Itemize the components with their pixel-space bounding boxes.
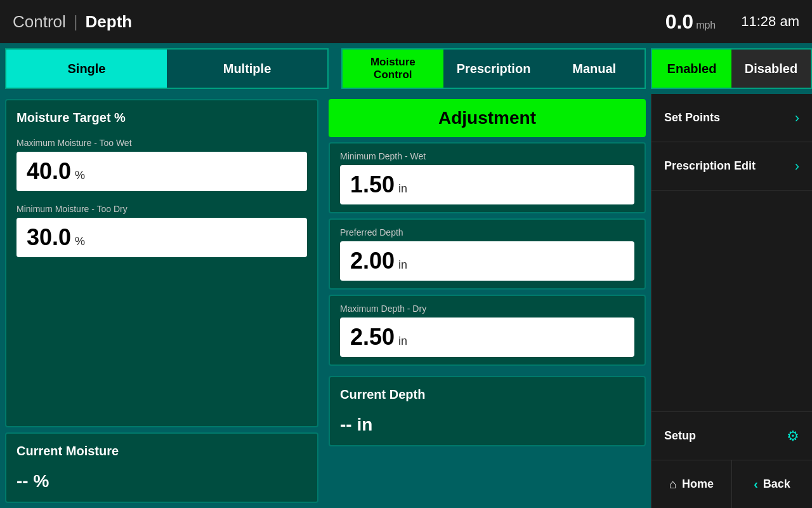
- dry-depth-section: Maximum Depth - Dry 2.50 in: [329, 295, 646, 366]
- min-moisture-unit: %: [75, 235, 85, 248]
- center-panel: Adjustment Minimum Depth - Wet 1.50 in P…: [324, 94, 651, 508]
- dry-depth-label: Maximum Depth - Dry: [340, 304, 634, 314]
- current-depth-title: Current Depth: [340, 387, 634, 402]
- current-depth-card: Current Depth -- in: [329, 376, 646, 446]
- prescription-edit-chevron-icon: ›: [795, 158, 799, 175]
- current-depth-value: -- in: [340, 415, 634, 435]
- enable-disable-tabs: Enabled Disabled: [651, 48, 812, 89]
- left-panel: Moisture Target % Maximum Moisture - Too…: [0, 94, 324, 508]
- min-moisture-label: Minimum Moisture - Too Dry: [16, 204, 307, 214]
- preferred-depth-value: 2.00: [350, 248, 395, 274]
- preferred-depth-value-box[interactable]: 2.00 in: [340, 241, 634, 281]
- tab-enabled[interactable]: Enabled: [652, 50, 731, 88]
- wet-depth-unit: in: [398, 182, 407, 196]
- max-moisture-label: Maximum Moisture - Too Wet: [16, 138, 307, 148]
- set-points-item[interactable]: Set Points ›: [652, 94, 812, 142]
- tab-manual[interactable]: Manual: [544, 50, 645, 88]
- moisture-target-card: Moisture Target % Maximum Moisture - Too…: [5, 99, 318, 427]
- back-button[interactable]: ‹ Back: [732, 460, 812, 508]
- preferred-depth-section: Preferred Depth 2.00 in: [329, 218, 646, 290]
- dry-depth-unit: in: [398, 335, 407, 348]
- back-label: Back: [763, 478, 790, 491]
- header-separator: |: [74, 12, 78, 32]
- wet-depth-label: Minimum Depth - Wet: [340, 151, 634, 161]
- min-moisture-value-box[interactable]: 30.0 %: [16, 218, 307, 257]
- min-moisture-value: 30.0: [27, 224, 71, 251]
- home-button[interactable]: ⌂ Home: [652, 460, 732, 508]
- sidebar-bottom: Setup ⚙ ⌂ Home ‹ Back: [652, 411, 812, 508]
- current-moisture-card: Current Moisture -- %: [5, 432, 318, 503]
- speed-value: 0.0: [665, 10, 693, 34]
- home-icon: ⌂: [669, 477, 677, 491]
- tab-disabled[interactable]: Disabled: [731, 50, 811, 88]
- set-points-chevron-icon: ›: [795, 110, 799, 126]
- tab-multiple[interactable]: Multiple: [167, 50, 327, 88]
- right-sidebar: Set Points › Prescription Edit › Setup ⚙…: [651, 94, 812, 508]
- adjustment-header: Adjustment: [329, 99, 646, 137]
- time-display: 11:28 am: [741, 13, 799, 30]
- current-moisture-value: -- %: [16, 471, 307, 491]
- speed-display: 0.0 mph: [665, 10, 716, 34]
- main-content: Moisture Target % Maximum Moisture - Too…: [0, 94, 812, 508]
- header: Control | Depth 0.0 mph 11:28 am: [0, 0, 812, 43]
- prescription-edit-label: Prescription Edit: [664, 159, 756, 173]
- tab-single[interactable]: Single: [6, 50, 167, 88]
- preferred-depth-unit: in: [398, 258, 407, 272]
- nav-row: ⌂ Home ‹ Back: [652, 460, 812, 508]
- wet-depth-value: 1.50: [350, 171, 395, 198]
- wet-depth-section: Minimum Depth - Wet 1.50 in: [329, 142, 646, 213]
- tab-moisture-control[interactable]: Moisture Control: [343, 50, 443, 88]
- header-left: Control | Depth: [13, 12, 132, 32]
- max-moisture-value: 40.0: [27, 158, 71, 185]
- dry-depth-value: 2.50: [350, 324, 395, 351]
- back-chevron-icon: ‹: [754, 477, 758, 491]
- prescription-edit-item[interactable]: Prescription Edit ›: [652, 142, 812, 190]
- wet-depth-value-box[interactable]: 1.50 in: [340, 165, 634, 204]
- setup-item[interactable]: Setup ⚙: [652, 411, 812, 460]
- preferred-depth-label: Preferred Depth: [340, 227, 634, 237]
- speed-unit: mph: [696, 20, 716, 31]
- set-points-label: Set Points: [664, 111, 720, 124]
- current-moisture-title: Current Moisture: [16, 444, 307, 458]
- home-label: Home: [682, 478, 714, 491]
- dry-depth-value-box[interactable]: 2.50 in: [340, 318, 634, 357]
- max-moisture-value-box[interactable]: 40.0 %: [16, 152, 307, 191]
- mode-tabs: Moisture Control Prescription Manual: [341, 48, 646, 89]
- setup-label: Setup: [664, 429, 696, 443]
- tabs-row: Single Multiple Moisture Control Prescri…: [0, 43, 812, 94]
- single-multiple-tabs: Single Multiple: [5, 48, 329, 89]
- header-right: 0.0 mph 11:28 am: [665, 10, 799, 34]
- max-moisture-unit: %: [75, 169, 85, 182]
- depth-label: Depth: [86, 12, 133, 32]
- sidebar-spacer: [652, 190, 812, 411]
- gear-icon: ⚙: [787, 428, 799, 444]
- moisture-target-title: Moisture Target %: [16, 110, 307, 125]
- tab-prescription[interactable]: Prescription: [443, 50, 544, 88]
- control-label: Control: [13, 12, 66, 32]
